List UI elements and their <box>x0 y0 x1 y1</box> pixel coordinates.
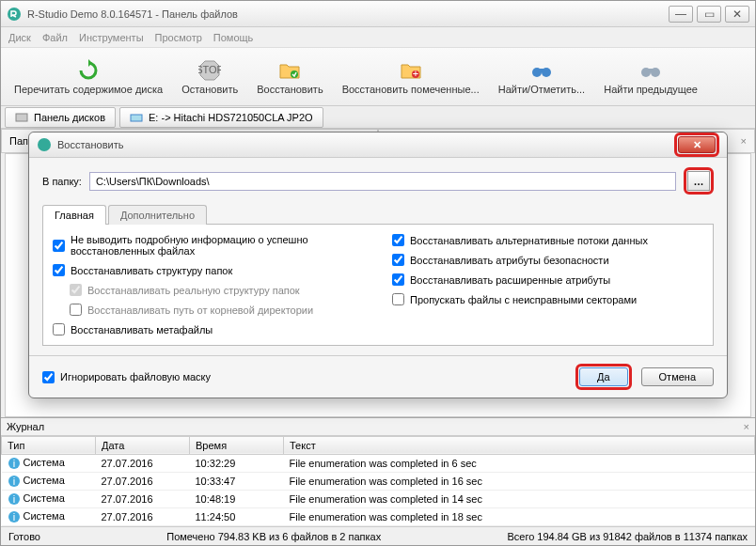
drive-icon <box>130 111 143 124</box>
dialog-titlebar: Восстановить ✕ <box>29 133 727 158</box>
maximize-button[interactable]: ▭ <box>697 6 721 23</box>
ignore-mask-checkbox[interactable] <box>42 371 55 383</box>
minimize-button[interactable]: — <box>669 6 693 23</box>
recover-marked-button[interactable]: + Восстановить помеченные... <box>333 57 489 97</box>
journal-row[interactable]: iСистема27.07.201610:33:47File enumerati… <box>2 472 755 490</box>
contents-pane-close[interactable]: × <box>741 135 747 147</box>
col-date[interactable]: Дата <box>96 436 190 454</box>
journal-close[interactable]: × <box>744 421 749 432</box>
svg-rect-13 <box>131 115 142 121</box>
tab-advanced[interactable]: Дополнительно <box>108 205 207 225</box>
app-icon <box>7 7 22 22</box>
folder-marked-icon: + <box>400 59 422 82</box>
binoculars-icon <box>530 59 553 82</box>
stop-button[interactable]: STOP Остановить <box>172 57 247 97</box>
journal-title: Журнал <box>7 421 44 432</box>
svg-rect-12 <box>16 114 27 121</box>
find-mark-button[interactable]: Найти/Отметить... <box>489 57 594 97</box>
folder-recover-icon <box>278 59 301 82</box>
col-time[interactable]: Время <box>190 436 284 454</box>
menu-help[interactable]: Помощь <box>213 32 254 43</box>
recover-dialog: Восстановить ✕ В папку: … Главная Дополн… <box>28 132 728 398</box>
browse-button[interactable]: … <box>687 171 710 191</box>
col-type[interactable]: Тип <box>2 436 96 454</box>
cancel-button[interactable]: Отмена <box>641 367 714 386</box>
journal-row[interactable]: iСистема27.07.201610:48:19File enumerati… <box>2 490 755 507</box>
opt-restore-meta[interactable]: Восстанавливать метафайлы <box>53 323 364 335</box>
close-button[interactable]: ✕ <box>725 6 749 23</box>
refresh-icon <box>77 59 100 82</box>
app-icon <box>37 137 52 152</box>
svg-point-22 <box>38 138 51 151</box>
opt-restore-ads[interactable]: Восстанавливать альтернативные потоки да… <box>392 234 703 246</box>
reread-button[interactable]: Перечитать содержимое диска <box>5 57 172 97</box>
stop-icon: STOP <box>198 59 221 82</box>
status-total: Всего 194.84 GB из 91842 файлов в 11374 … <box>507 531 748 542</box>
col-text[interactable]: Текст <box>284 436 755 454</box>
tab-main[interactable]: Главная <box>42 205 106 225</box>
svg-text:i: i <box>12 493 14 505</box>
svg-text:+: + <box>412 68 417 79</box>
info-icon: i <box>8 510 21 523</box>
status-marked: Помечено 794.83 KB из 6 файлов в 2 папка… <box>40 531 507 542</box>
info-icon: i <box>8 475 21 488</box>
toolbar: Перечитать содержимое диска STOP Останов… <box>1 48 755 106</box>
opt-restore-root-path[interactable]: Восстанавливать путь от корневой директо… <box>70 304 364 316</box>
ok-button[interactable]: Да <box>579 367 628 386</box>
info-icon: i <box>8 492 21 506</box>
dialog-close-button[interactable]: ✕ <box>678 136 716 153</box>
menu-view[interactable]: Просмотр <box>155 32 202 43</box>
journal-panel: Журнал × Тип Дата Время Текст iСистема27… <box>1 417 755 526</box>
svg-rect-8 <box>539 69 544 72</box>
dialog-title: Восстановить <box>57 139 674 150</box>
svg-text:i: i <box>12 476 14 487</box>
to-folder-label: В папку: <box>42 176 82 187</box>
binoculars-prev-icon <box>639 59 662 82</box>
menubar: Диск Файл Инструменты Просмотр Помощь <box>1 27 755 48</box>
tabs-row: Панель дисков E: -> Hitachi HDS721050CLA… <box>1 106 755 129</box>
journal-row[interactable]: iСистема27.07.201611:24:50File enumerati… <box>2 507 755 525</box>
recover-button[interactable]: Восстановить <box>247 57 332 97</box>
opt-restore-struct[interactable]: Восстанавливать структуру папок <box>53 264 364 276</box>
opt-restore-real-struct[interactable]: Восстанавливать реальную структуру папок <box>70 284 364 296</box>
svg-rect-11 <box>648 69 654 72</box>
titlebar: R-Studio Demo 8.0.164571 - Панель файлов… <box>1 1 755 27</box>
svg-text:i: i <box>12 511 14 523</box>
svg-point-0 <box>8 8 21 21</box>
disks-icon <box>15 111 28 124</box>
tab-drive[interactable]: E: -> Hitachi HDS721050CLA JP2O <box>119 107 323 128</box>
ignore-mask-label: Игнорировать файловую маску <box>60 371 211 382</box>
output-path-input[interactable] <box>89 172 676 191</box>
svg-text:i: i <box>12 458 14 469</box>
statusbar: Готово Помечено 794.83 KB из 6 файлов в … <box>1 526 755 545</box>
opt-no-detailed[interactable]: Не выводить подробную информацию о успеш… <box>53 234 364 257</box>
journal-row[interactable]: iСистема27.07.201610:32:29File enumerati… <box>2 454 755 472</box>
menu-file[interactable]: Файл <box>42 32 68 43</box>
svg-text:STOP: STOP <box>198 64 221 75</box>
journal-table: Тип Дата Время Текст iСистема27.07.20161… <box>1 436 755 526</box>
menu-tools[interactable]: Инструменты <box>79 32 144 43</box>
opt-skip-bad[interactable]: Пропускать файлы с неисправными секторам… <box>392 293 703 305</box>
status-ready: Готово <box>8 531 40 542</box>
opt-restore-ext[interactable]: Восстанавливать расширенные атрибуты <box>392 273 703 286</box>
window-title: R-Studio Demo 8.0.164571 - Панель файлов <box>27 8 669 20</box>
info-icon: i <box>8 457 21 470</box>
menu-disk[interactable]: Диск <box>8 32 31 43</box>
opt-restore-sec[interactable]: Восстанавливать атрибуты безопасности <box>392 254 703 266</box>
tab-disks-panel[interactable]: Панель дисков <box>5 107 116 128</box>
find-prev-button[interactable]: Найти предыдущее <box>594 57 707 97</box>
